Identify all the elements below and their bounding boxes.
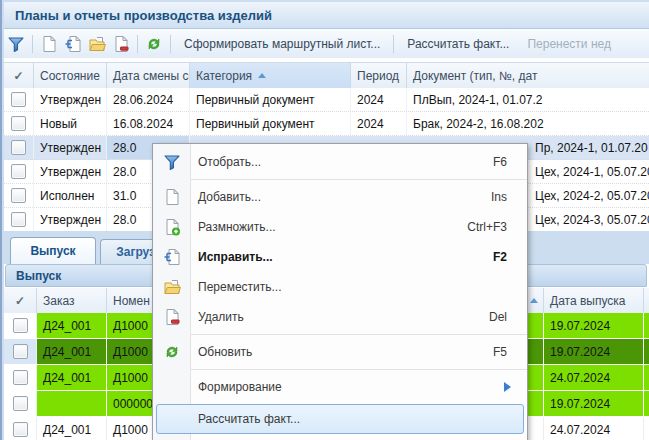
row-checkbox[interactable]	[11, 116, 26, 131]
calc-fact-button[interactable]: Рассчитать факт...	[398, 37, 518, 51]
move-folder-icon	[88, 35, 106, 53]
refresh-icon	[162, 342, 182, 362]
menu-item-add[interactable]: Добавить... Ins	[153, 182, 527, 212]
move-folder-icon	[162, 277, 182, 297]
column-header-change-date[interactable]: Дата смены сост	[107, 63, 190, 88]
table-row[interactable]: Утвержден 28.06.2024 Первичный документ …	[4, 88, 649, 112]
column-header-document[interactable]: Документ (тип, №, дат	[407, 63, 649, 88]
window-titlebar: Планы и отчеты производства изделий	[4, 2, 649, 29]
panel-title: Выпуск	[6, 269, 61, 283]
add-doc-icon	[162, 187, 182, 207]
menu-item-duplicate[interactable]: Размножить... Ctrl+F3	[153, 212, 527, 242]
app-window: Планы и отчеты производства изделий Сфор…	[0, 0, 649, 440]
toolbar-separator	[170, 35, 171, 53]
menu-item-move[interactable]: Переместить...	[153, 272, 527, 302]
add-button[interactable]	[37, 32, 61, 56]
column-header-release-date[interactable]: Дата выпуска	[544, 288, 644, 313]
row-checkbox[interactable]	[11, 188, 26, 203]
row-checkbox[interactable]	[13, 370, 28, 385]
page-title: Планы и отчеты производства изделий	[4, 8, 272, 23]
column-header-order[interactable]: Заказ	[37, 288, 107, 313]
column-header-state[interactable]: Состояние	[34, 63, 107, 88]
context-menu: Отобрать... F6 Добавить... Ins Размножит…	[152, 143, 528, 440]
edit-button[interactable]	[61, 32, 85, 56]
menu-item-refresh[interactable]: Обновить F5	[153, 337, 527, 367]
edit-doc-icon	[162, 247, 182, 267]
filter-icon	[162, 152, 182, 172]
tab-vypusk[interactable]: Выпуск	[10, 237, 96, 264]
submenu-arrow-icon	[504, 382, 511, 392]
row-checkbox[interactable]	[11, 140, 26, 155]
menu-item-filter[interactable]: Отобрать... F6	[153, 147, 527, 177]
row-checkbox[interactable]	[11, 212, 26, 227]
menu-item-delete[interactable]: Удалить Del	[153, 302, 527, 332]
delete-button[interactable]	[109, 32, 133, 56]
refresh-icon	[145, 35, 163, 53]
filter-icon	[7, 35, 25, 53]
column-header-period[interactable]: Период	[351, 63, 407, 88]
row-checkbox[interactable]	[11, 164, 26, 179]
plans-table-header: ✓ Состояние Дата смены сост Категория Пе…	[4, 62, 649, 89]
form-route-sheet-button[interactable]: Сформировать маршрутный лист...	[175, 37, 389, 51]
move-button[interactable]	[85, 32, 109, 56]
row-checkbox[interactable]	[13, 344, 28, 359]
transfer-button: Перенести нед	[518, 37, 620, 51]
toolbar-separator	[137, 35, 138, 53]
select-all-header[interactable]: ✓	[4, 63, 34, 88]
delete-doc-icon	[162, 307, 182, 327]
filter-button[interactable]	[4, 32, 28, 56]
toolbar: Сформировать маршрутный лист... Рассчита…	[4, 29, 649, 59]
menu-separator	[153, 369, 527, 370]
toolbar-separator	[32, 35, 33, 53]
menu-separator	[153, 179, 527, 180]
add-doc-icon	[40, 35, 58, 53]
sort-asc-icon	[258, 73, 266, 78]
row-checkbox[interactable]	[13, 422, 28, 437]
row-checkbox[interactable]	[13, 318, 28, 333]
edit-doc-icon	[64, 35, 82, 53]
menu-item-calc-fact[interactable]: Рассчитать факт...	[153, 402, 527, 436]
menu-item-formation[interactable]: Формирование	[153, 372, 527, 402]
column-header-category[interactable]: Категория	[190, 63, 351, 88]
menu-separator	[153, 334, 527, 335]
table-row[interactable]: Новый 16.08.2024 Первичный документ 2024…	[4, 112, 649, 136]
sort-asc-icon	[530, 298, 538, 303]
toolbar-separator	[393, 35, 394, 53]
menu-item-edit[interactable]: Исправить... F2	[153, 242, 527, 272]
row-checkbox[interactable]	[13, 396, 28, 411]
delete-doc-icon	[112, 35, 130, 53]
row-checkbox[interactable]	[11, 92, 26, 107]
duplicate-doc-icon	[162, 217, 182, 237]
select-all-header[interactable]: ✓	[4, 288, 37, 313]
column-header-extra	[644, 288, 649, 313]
refresh-button[interactable]	[142, 32, 166, 56]
